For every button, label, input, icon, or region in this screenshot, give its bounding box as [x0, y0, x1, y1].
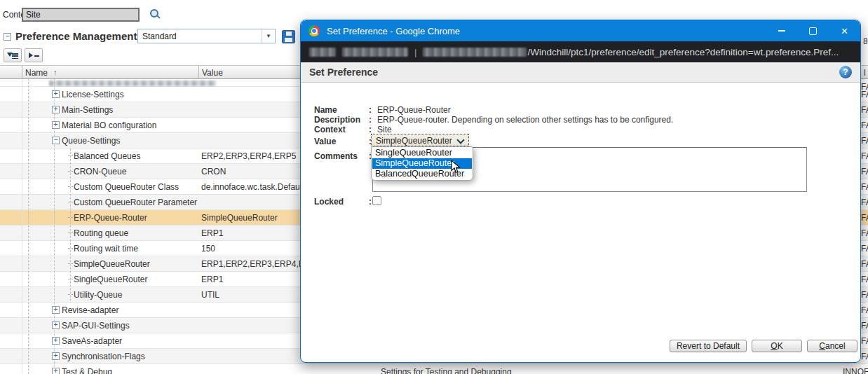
row-name: Material BO configuration	[62, 120, 156, 130]
name-label: Name	[314, 105, 337, 115]
redacted-text	[49, 81, 216, 86]
row-value: 150	[201, 244, 215, 254]
sort-asc-icon: ↑	[53, 68, 57, 76]
tree-connector	[68, 294, 73, 295]
tree-connector	[68, 263, 73, 264]
description-value: ERP-Queue-router. Depending on selection…	[377, 115, 673, 125]
locked-label: Locked	[314, 197, 344, 207]
set-preference-dialog: Set Preference - Google Chrome ✕ | /Wind…	[300, 20, 861, 363]
row-description: Settings for Testing and Debugging	[381, 367, 512, 374]
expand-node-icon[interactable]: +	[52, 368, 60, 374]
dialog-titlebar[interactable]: Set Preference - Google Chrome ✕	[301, 20, 860, 41]
clipped-text-fragment: INNOFA	[843, 367, 868, 374]
row-name: CRON-Queue	[74, 167, 126, 176]
ok-button[interactable]: OK	[752, 340, 802, 352]
dropdown-option[interactable]: SingleQueueRouter	[372, 148, 472, 158]
colon: :	[369, 115, 372, 125]
filter-view-icon[interactable]	[4, 48, 22, 62]
clipped-text-fragment: FA	[861, 105, 868, 115]
redacted-text	[342, 48, 408, 57]
context-label: Context	[314, 125, 346, 134]
row-name: SimpleQueueRouter	[74, 259, 150, 269]
close-button[interactable]: ✕	[829, 20, 860, 41]
expand-node-icon[interactable]: +	[52, 306, 60, 314]
clipped-text-fragment: FA	[861, 321, 868, 331]
row-name: SingleQueueRouter	[74, 275, 147, 284]
row-name: Custom QueueRouter Parameter	[74, 198, 197, 207]
row-name: SAP-GUI-Settings	[62, 321, 130, 331]
clipped-text-fragment: FA	[861, 213, 868, 223]
view-select[interactable]: Standard ▼	[137, 29, 276, 43]
locked-checkbox[interactable]	[372, 196, 381, 205]
value-select-selected: SimpleQueueRouter	[376, 136, 452, 146]
colon: :	[369, 105, 372, 115]
table-row[interactable]: +Test & DebugSettings for Testing and De…	[0, 364, 868, 374]
row-value: ERP1	[201, 228, 223, 238]
minimize-button[interactable]	[766, 20, 797, 41]
help-icon[interactable]: ?	[839, 66, 852, 78]
save-icon[interactable]	[282, 30, 295, 43]
clipped-text-fragment: FA	[861, 352, 868, 361]
tree-connector	[68, 186, 73, 187]
row-name: Revise-adapter	[62, 305, 118, 315]
row-name: License-Settings	[62, 90, 124, 99]
clipped-text-fragment: FA	[861, 259, 868, 269]
expand-node-icon[interactable]: +	[52, 106, 60, 113]
expand-node-icon[interactable]: +	[52, 352, 60, 360]
row-name: ERP-Queue-Router	[74, 213, 147, 223]
row-value: UTIL	[201, 290, 219, 300]
row-value: ERP1	[201, 275, 223, 284]
clipped-text-fragment: FA	[861, 90, 868, 99]
url-separator: |	[414, 47, 416, 57]
row-name: Queue-Settings	[62, 136, 120, 146]
row-name: Balanced Queues	[74, 151, 140, 161]
row-name: Custom QueueRouter Class	[74, 182, 179, 192]
tree-connector	[68, 248, 73, 249]
row-name: Synchronisation-Flags	[62, 352, 145, 361]
colon: :	[369, 197, 372, 207]
address-bar[interactable]: | /Windchill/ptc1/preference/edit_prefer…	[301, 41, 860, 62]
clipped-text-fragment: FA	[861, 290, 868, 300]
chevron-down-icon[interactable]: ▼	[262, 29, 275, 43]
cancel-button[interactable]: Cancel	[807, 340, 857, 352]
row-value: de.innoface.wc.task.Default	[201, 182, 304, 192]
row-name: Main-Settings	[62, 105, 113, 115]
row-value: CRON	[201, 167, 226, 176]
revert-to-default-button[interactable]: Revert to Default	[670, 340, 747, 352]
clipped-header-fragment: l	[864, 68, 866, 78]
context-input[interactable]: Site	[22, 8, 140, 22]
section-collapse-icon[interactable]: −	[4, 33, 11, 41]
tree-connector	[68, 217, 73, 218]
maximize-button[interactable]	[797, 20, 829, 41]
view-select-value: Standard	[142, 32, 177, 41]
dialog-header: Set Preference ?	[301, 62, 860, 83]
column-header-name[interactable]: Name	[25, 68, 48, 78]
tree-connector	[68, 155, 73, 156]
mouse-cursor	[451, 160, 461, 176]
expand-node-icon[interactable]: +	[52, 121, 60, 129]
window-title: Set Preference - Google Chrome	[327, 26, 460, 36]
description-label: Description	[314, 115, 360, 125]
column-divider	[198, 66, 199, 78]
value-select[interactable]: SimpleQueueRouter	[371, 134, 469, 146]
column-divider	[22, 66, 22, 78]
expand-node-icon[interactable]: +	[52, 321, 60, 329]
dialog-title: Set Preference	[309, 67, 378, 78]
clipped-text-fragment: FA	[861, 336, 868, 346]
search-icon[interactable]	[149, 8, 161, 20]
tree-connector	[68, 202, 73, 202]
chevron-down-icon	[456, 136, 464, 144]
column-header-value[interactable]: Value	[202, 68, 223, 78]
name-value: ERP-Queue-Router	[377, 105, 451, 115]
expand-node-icon[interactable]: +	[52, 337, 60, 345]
collapse-node-icon[interactable]: −	[52, 137, 60, 144]
value-label: Value	[314, 137, 336, 146]
row-name: Test & Debug	[62, 367, 112, 374]
url-text: /Windchill/ptc1/preference/edit_preferen…	[527, 47, 839, 57]
clipped-text-fragment: FA	[861, 275, 868, 284]
redacted-text	[423, 48, 527, 57]
tree-connector	[68, 279, 73, 279]
collapse-all-icon[interactable]	[25, 48, 43, 62]
clipped-text-fragment: FA	[861, 167, 868, 176]
expand-node-icon[interactable]: +	[52, 90, 60, 98]
